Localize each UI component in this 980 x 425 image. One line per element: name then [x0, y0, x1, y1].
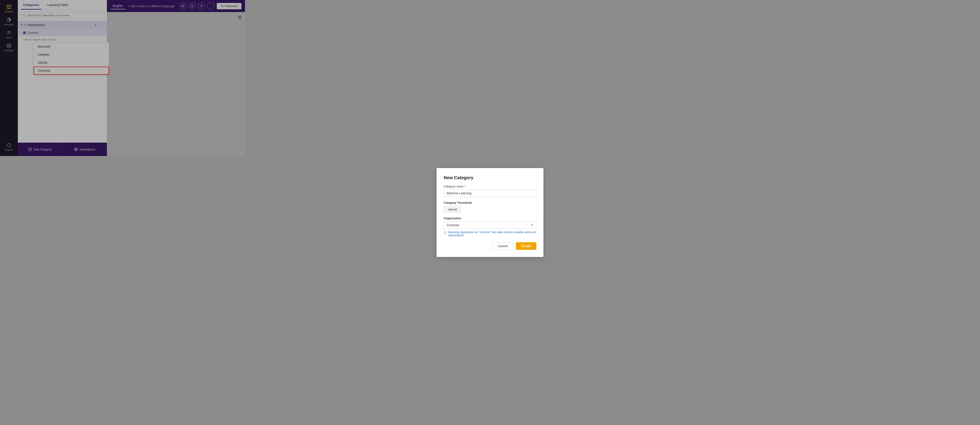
- modal-overlay: New Category Category name * Category Th…: [0, 0, 245, 156]
